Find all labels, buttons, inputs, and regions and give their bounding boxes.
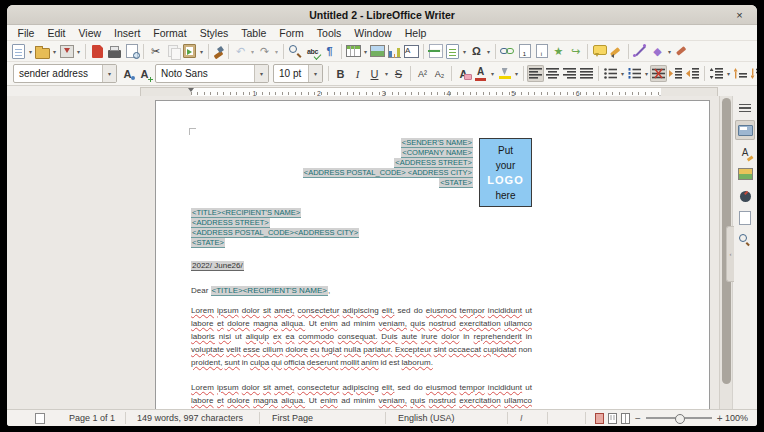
- decrease-indent-icon[interactable]: [684, 65, 701, 82]
- align-right-icon[interactable]: [561, 65, 578, 82]
- menu-item[interactable]: Format: [147, 27, 193, 39]
- formatting-marks-icon[interactable]: ¶: [321, 43, 338, 60]
- undo-dropdown[interactable]: ▾: [249, 43, 256, 60]
- insert-page-break-icon[interactable]: [427, 43, 444, 60]
- align-center-icon[interactable]: [544, 65, 561, 82]
- zoom-slider-thumb[interactable]: [675, 414, 685, 424]
- document-modified-icon[interactable]: [35, 410, 45, 426]
- track-changes-icon[interactable]: [608, 43, 625, 60]
- insert-line-icon[interactable]: [632, 43, 649, 60]
- insert-table-icon[interactable]: [345, 43, 362, 60]
- font-size-dropdown[interactable]: ▾: [308, 65, 322, 82]
- paragraph-style-combo[interactable]: sender address ▾: [13, 64, 117, 83]
- placeholder-field[interactable]: <COMPANY NAME>: [401, 148, 473, 158]
- placeholder-field[interactable]: <SENDER'S NAME>: [401, 138, 473, 148]
- text-language[interactable]: English (USA): [398, 410, 455, 426]
- decrease-paragraph-spacing-icon[interactable]: [749, 65, 757, 82]
- sidebar-styles-icon[interactable]: A: [735, 142, 755, 162]
- new-document-icon[interactable]: [10, 43, 27, 60]
- zoom-in-icon[interactable]: +: [717, 413, 723, 424]
- cut-icon[interactable]: ✂: [147, 43, 164, 60]
- font-name-dropdown[interactable]: ▾: [254, 65, 268, 82]
- insert-textbox-icon[interactable]: A: [403, 43, 420, 60]
- logo-placeholder-frame[interactable]: Put your LOGO here: [479, 138, 532, 207]
- menu-item[interactable]: Window: [348, 27, 398, 39]
- insert-table-dropdown[interactable]: ▾: [362, 43, 369, 60]
- sidebar-properties-icon[interactable]: [735, 120, 755, 140]
- insert-hyperlink-icon[interactable]: [499, 43, 516, 60]
- word-count[interactable]: 149 words, 997 characters: [137, 410, 243, 426]
- ordered-list-icon[interactable]: [626, 65, 643, 82]
- highlight-color-icon[interactable]: [496, 65, 513, 82]
- font-size-combo[interactable]: 10 pt ▾: [273, 64, 323, 83]
- insert-footnote-icon[interactable]: 1: [516, 43, 533, 60]
- menu-item[interactable]: Tools: [310, 27, 348, 39]
- redo-dropdown[interactable]: ▾: [273, 43, 280, 60]
- save-dropdown[interactable]: ▾: [75, 43, 82, 60]
- selection-mode[interactable]: I: [520, 410, 523, 426]
- placeholder-field[interactable]: <STATE>: [439, 178, 473, 188]
- insert-image-icon[interactable]: [369, 43, 386, 60]
- italic-icon[interactable]: I: [349, 65, 366, 82]
- menu-item[interactable]: Form: [273, 27, 311, 39]
- placeholder-field[interactable]: <ADDRESS STREET>: [394, 158, 473, 168]
- insert-bookmark-icon[interactable]: ★: [550, 43, 567, 60]
- multi-page-view-icon[interactable]: [608, 413, 617, 424]
- menu-item[interactable]: Help: [398, 27, 433, 39]
- document-page[interactable]: <SENDER'S NAME><COMPANY NAME><ADDRESS ST…: [155, 100, 710, 410]
- subscript-icon[interactable]: A₂: [431, 65, 448, 82]
- placeholder-field[interactable]: <ADDRESS POSTAL_CODE> <ADDRESS CITY>: [303, 168, 473, 178]
- left-indent-marker[interactable]: [188, 88, 194, 95]
- line-spacing-dropdown[interactable]: ▾: [725, 65, 732, 82]
- save-icon[interactable]: [58, 43, 75, 60]
- page-count[interactable]: Page 1 of 1: [69, 410, 115, 426]
- sidebar-settings-icon[interactable]: [735, 98, 755, 118]
- menu-item[interactable]: View: [72, 27, 108, 39]
- spelling-icon[interactable]: abc: [304, 43, 321, 60]
- ordered-list-dropdown[interactable]: ▾: [643, 65, 650, 82]
- increase-indent-icon[interactable]: [667, 65, 684, 82]
- export-pdf-icon[interactable]: [89, 43, 106, 60]
- sidebar-style-inspector-icon[interactable]: [735, 230, 755, 250]
- insert-chart-icon[interactable]: [386, 43, 403, 60]
- bold-icon[interactable]: B: [332, 65, 349, 82]
- sidebar-hide-handle[interactable]: ‹: [726, 226, 734, 282]
- menu-item[interactable]: File: [11, 27, 41, 39]
- insert-field-icon[interactable]: [444, 43, 461, 60]
- date-field[interactable]: 2022/ June26/: [191, 261, 244, 271]
- no-list-icon[interactable]: [650, 65, 667, 82]
- single-page-view-icon[interactable]: [595, 413, 604, 424]
- placeholder-field[interactable]: <ADDRESS POSTAL_CODE><ADDRESS CITY>: [191, 228, 359, 238]
- redo-icon[interactable]: ↷: [256, 43, 273, 60]
- align-left-icon[interactable]: [527, 65, 544, 82]
- close-icon[interactable]: ×: [732, 7, 747, 22]
- print-preview-icon[interactable]: [123, 43, 140, 60]
- open-file-icon[interactable]: [34, 43, 51, 60]
- copy-icon[interactable]: [164, 43, 181, 60]
- menu-item[interactable]: Insert: [108, 27, 147, 39]
- print-icon[interactable]: [106, 43, 123, 60]
- paragraph-style-dropdown[interactable]: ▾: [102, 65, 116, 82]
- sidebar-gallery-icon[interactable]: [735, 164, 755, 184]
- cross-reference-icon[interactable]: ↪: [567, 43, 584, 60]
- insert-endnote-icon[interactable]: i: [533, 43, 550, 60]
- placeholder-field[interactable]: <ADDRESS STREET>: [191, 218, 270, 228]
- new-document-dropdown[interactable]: ▾: [27, 43, 34, 60]
- line-spacing-icon[interactable]: [708, 65, 725, 82]
- font-color-icon[interactable]: A: [472, 65, 489, 82]
- sidebar-page-icon[interactable]: [735, 208, 755, 228]
- increase-paragraph-spacing-icon[interactable]: [732, 65, 749, 82]
- basic-shapes-icon[interactable]: ◆: [649, 43, 666, 60]
- placeholder-field[interactable]: <TITLE><RECIPIENT'S NAME>: [211, 286, 328, 296]
- font-color-dropdown[interactable]: ▾: [489, 65, 496, 82]
- menu-item[interactable]: Table: [235, 27, 273, 39]
- unordered-list-icon[interactable]: [602, 65, 619, 82]
- strikethrough-icon[interactable]: S: [390, 65, 407, 82]
- zoom-percentage[interactable]: 100%: [725, 410, 748, 426]
- clear-formatting-icon[interactable]: A: [455, 65, 472, 82]
- menu-item[interactable]: Edit: [41, 27, 72, 39]
- paste-dropdown[interactable]: ▾: [198, 43, 205, 60]
- book-view-icon[interactable]: [621, 413, 630, 424]
- open-file-dropdown[interactable]: ▾: [51, 43, 58, 60]
- superscript-icon[interactable]: A²: [414, 65, 431, 82]
